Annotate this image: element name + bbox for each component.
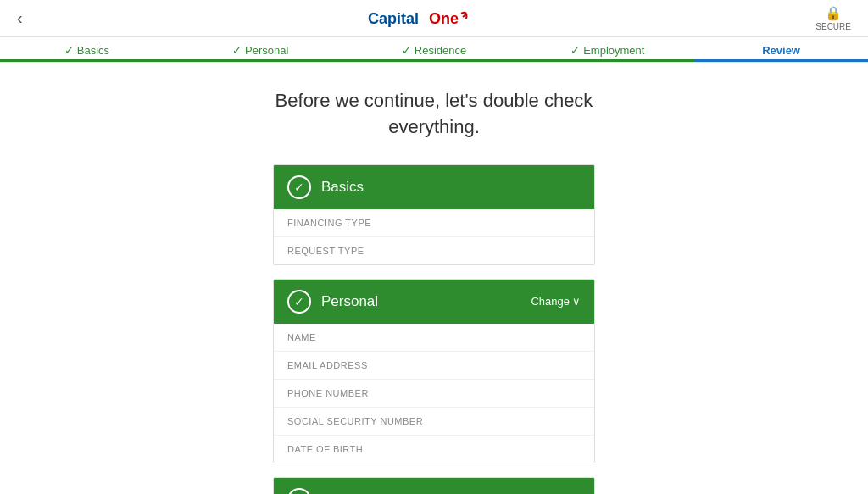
field-request-type: REQUEST TYPE bbox=[274, 237, 594, 264]
svg-text:Capital: Capital bbox=[368, 10, 419, 27]
progress-bar: ✓ Basics ✓ Personal ✓ Residence ✓ Employ… bbox=[0, 37, 868, 63]
secure-label: SECURE bbox=[815, 22, 851, 31]
step-basics-check: ✓ bbox=[64, 44, 74, 57]
field-dob: DATE OF BIRTH bbox=[274, 436, 594, 463]
logo: Capital One bbox=[368, 7, 470, 31]
step-personal[interactable]: ✓ Personal bbox=[174, 37, 348, 62]
step-residence-check: ✓ bbox=[402, 44, 411, 57]
step-personal-check: ✓ bbox=[232, 44, 242, 57]
step-residence[interactable]: ✓ Residence bbox=[348, 37, 521, 62]
secure-indicator: 🔒 SECURE bbox=[815, 5, 851, 31]
personal-section-title: Personal bbox=[321, 293, 378, 310]
personal-section-header: ✓ Personal Change ∨ bbox=[274, 280, 594, 324]
field-ssn: SOCIAL SECURITY NUMBER bbox=[274, 408, 594, 436]
basics-section-title: Basics bbox=[321, 179, 364, 196]
page-title: Before we continue, let's double check e… bbox=[273, 88, 595, 141]
basics-section-header: ✓ Basics bbox=[274, 165, 594, 209]
back-button[interactable]: ‹ bbox=[17, 8, 23, 28]
residence-check-icon: ✓ bbox=[287, 488, 311, 494]
capital-one-logo: Capital One bbox=[368, 7, 470, 31]
field-financing-type: FINANCING TYPE bbox=[274, 209, 594, 237]
basics-check-icon: ✓ bbox=[287, 175, 311, 199]
step-basics-label: Basics bbox=[77, 44, 109, 57]
step-review-label: Review bbox=[762, 44, 800, 57]
svg-text:One: One bbox=[429, 10, 459, 27]
personal-change-button[interactable]: Change ∨ bbox=[531, 295, 581, 308]
step-basics[interactable]: ✓ Basics bbox=[0, 37, 174, 62]
main-content: Before we continue, let's double check e… bbox=[264, 63, 604, 494]
personal-section: ✓ Personal Change ∨ NAME EMAIL ADDRESS P… bbox=[273, 279, 595, 463]
step-employment-label: Employment bbox=[583, 44, 644, 57]
step-personal-label: Personal bbox=[245, 44, 288, 57]
step-employment[interactable]: ✓ Employment bbox=[520, 37, 694, 62]
lock-icon: 🔒 bbox=[825, 5, 842, 21]
field-name: NAME bbox=[274, 324, 594, 352]
residence-section-header: ✓ Residence Change ∨ bbox=[274, 478, 594, 494]
basics-fields: FINANCING TYPE REQUEST TYPE bbox=[274, 209, 594, 264]
personal-check-icon: ✓ bbox=[287, 290, 311, 314]
field-email: EMAIL ADDRESS bbox=[274, 352, 594, 380]
field-phone: PHONE NUMBER bbox=[274, 380, 594, 408]
step-review[interactable]: Review bbox=[694, 37, 868, 62]
step-residence-label: Residence bbox=[415, 44, 466, 57]
step-employment-check: ✓ bbox=[570, 44, 580, 57]
personal-fields: NAME EMAIL ADDRESS PHONE NUMBER SOCIAL S… bbox=[274, 324, 594, 463]
residence-section-title: Residence bbox=[321, 491, 389, 494]
app-header: ‹ Capital One 🔒 SECURE bbox=[0, 0, 868, 37]
residence-section: ✓ Residence Change ∨ bbox=[273, 477, 595, 494]
basics-section: ✓ Basics FINANCING TYPE REQUEST TYPE bbox=[273, 164, 595, 265]
chevron-down-icon: ∨ bbox=[572, 295, 581, 308]
